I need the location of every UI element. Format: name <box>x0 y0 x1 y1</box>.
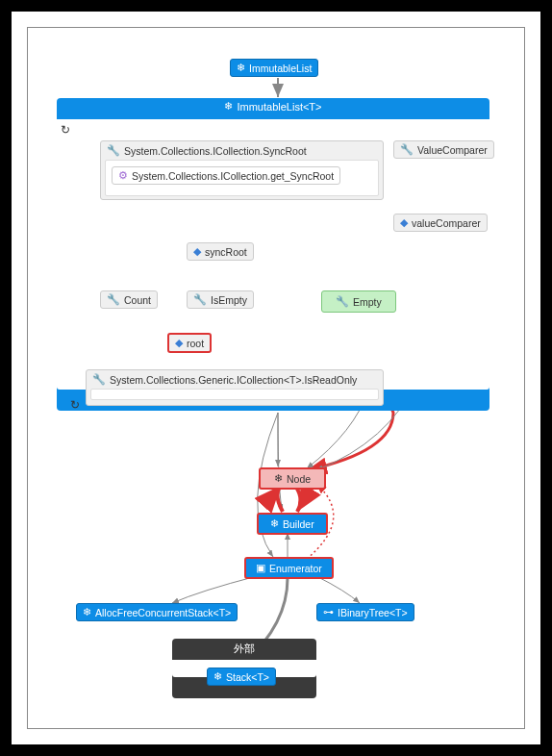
node-allocfree[interactable]: ❄ AllocFreeConcurrentStack<T> <box>76 603 238 621</box>
interface-icon: ⊶ <box>323 606 334 618</box>
group-label: System.Collections.ICollection.SyncRoot <box>124 145 307 157</box>
wrench-icon: 🔧 <box>400 143 414 156</box>
node-label: System.Collections.ICollection.get_SyncR… <box>132 170 334 182</box>
outer-frame: ❄ ImmutableList ❄ ImmutableList<T> ↻ 🔧 S… <box>0 0 552 756</box>
field-icon: ◆ <box>193 245 201 258</box>
node-label: IsEmpty <box>211 294 247 306</box>
class-icon: ❄ <box>83 606 91 618</box>
class-icon: ❄ <box>270 517 279 530</box>
cycle-icon: ↻ <box>70 398 80 412</box>
node-label: Stack<T> <box>226 671 269 683</box>
class-icon: ❄ <box>213 670 222 683</box>
node-count[interactable]: 🔧 Count <box>100 290 158 309</box>
field-icon: ◆ <box>400 216 408 229</box>
container-immutablelist-t[interactable]: ❄ ImmutableList<T> ↻ 🔧 System.Collection… <box>57 98 489 411</box>
diagram-canvas[interactable]: ❄ ImmutableList ❄ ImmutableList<T> ↻ 🔧 S… <box>27 27 525 729</box>
node-enumerator[interactable]: ▣ Enumerator <box>244 557 334 579</box>
container-label: ImmutableList<T> <box>237 101 321 113</box>
readonly-group[interactable]: 🔧 System.Collections.Generic.ICollection… <box>86 369 384 406</box>
node-label: syncRoot <box>205 246 247 258</box>
external-title: 外部 <box>172 642 316 656</box>
node-valuecomparer-field[interactable]: ◆ valueComparer <box>393 214 488 232</box>
node-label: Builder <box>283 518 314 530</box>
node-label: IBinaryTree<T> <box>338 607 408 618</box>
node-ibinarytree[interactable]: ⊶ IBinaryTree<T> <box>316 603 414 621</box>
readonly-group-label: 🔧 System.Collections.Generic.ICollection… <box>87 370 383 389</box>
container-title: ❄ ImmutableList<T> <box>57 100 489 113</box>
node-builder[interactable]: ❄ Builder <box>257 513 328 535</box>
method-icon: ⚙ <box>118 169 128 182</box>
node-label: ImmutableList <box>249 63 312 74</box>
node-node[interactable]: ❄ Node <box>259 467 326 490</box>
syncroot-group-label: 🔧 System.Collections.ICollection.SyncRoo… <box>101 141 383 160</box>
wrench-icon: 🔧 <box>193 293 207 306</box>
class-icon: ❄ <box>237 62 245 74</box>
node-valuecomparer-prop[interactable]: 🔧 ValueComparer <box>393 140 494 159</box>
diagram-card: ❄ ImmutableList ❄ ImmutableList<T> ↻ 🔧 S… <box>12 12 540 744</box>
node-label: valueComparer <box>412 217 481 229</box>
wrench-icon: 🔧 <box>107 144 120 157</box>
node-get-syncroot[interactable]: ⚙ System.Collections.ICollection.get_Syn… <box>112 166 340 185</box>
syncroot-group-body: ⚙ System.Collections.ICollection.get_Syn… <box>105 160 379 196</box>
class-icon: ❄ <box>224 100 233 113</box>
wrench-icon: 🔧 <box>336 295 349 308</box>
class-icon: ❄ <box>274 472 283 485</box>
node-label: Count <box>124 294 151 306</box>
node-isempty[interactable]: 🔧 IsEmpty <box>187 290 254 309</box>
group-label: System.Collections.Generic.ICollection<T… <box>110 374 357 386</box>
container-body: ↻ 🔧 System.Collections.ICollection.SyncR… <box>57 119 489 390</box>
node-empty[interactable]: 🔧 Empty <box>321 290 396 313</box>
wrench-icon: 🔧 <box>107 293 120 306</box>
external-container[interactable]: 外部 ❄ Stack<T> <box>172 639 316 698</box>
node-label: root <box>187 338 204 349</box>
node-label: Empty <box>353 296 382 308</box>
node-syncroot-field[interactable]: ◆ syncRoot <box>187 242 254 261</box>
struct-icon: ▣ <box>256 562 265 574</box>
readonly-body <box>90 389 379 400</box>
external-body: ❄ Stack<T> <box>172 660 316 677</box>
node-immutablelist[interactable]: ❄ ImmutableList <box>230 59 318 77</box>
node-stack[interactable]: ❄ Stack<T> <box>207 668 276 686</box>
node-label: AllocFreeConcurrentStack<T> <box>95 607 231 618</box>
node-root[interactable]: ◆ root <box>167 333 212 353</box>
node-label: Enumerator <box>269 563 322 574</box>
wrench-icon: 🔧 <box>92 373 106 386</box>
node-label: Node <box>287 473 311 485</box>
node-label: ValueComparer <box>417 144 488 156</box>
field-icon: ◆ <box>175 337 183 349</box>
cycle-icon: ↻ <box>61 123 70 137</box>
syncroot-group[interactable]: 🔧 System.Collections.ICollection.SyncRoo… <box>100 140 384 200</box>
